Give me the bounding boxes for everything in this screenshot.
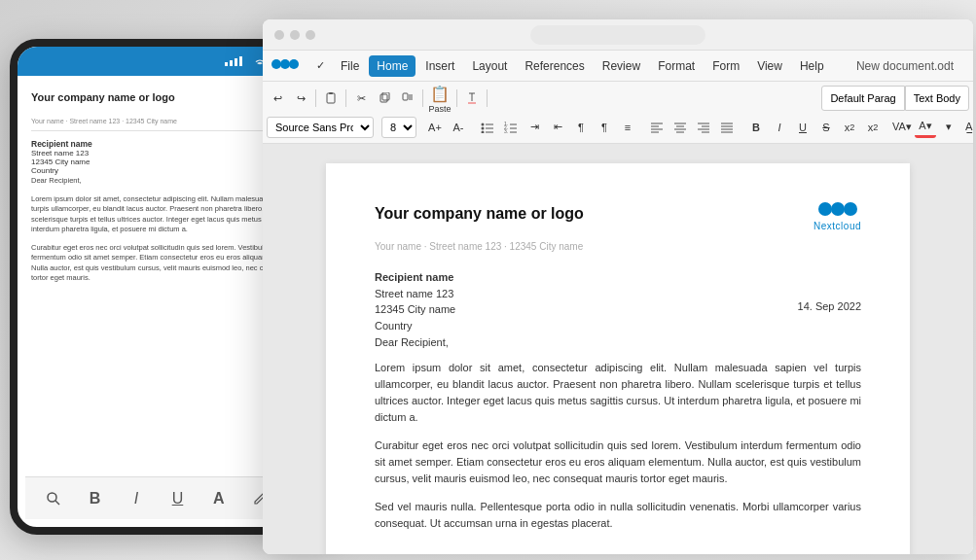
window-titlebar [263, 19, 973, 51]
doc-para-2: Curabitur eget eros nec orci volutpat so… [375, 438, 861, 487]
doc-address-text: Your name · Street name 123 · 12345 City… [375, 239, 583, 254]
increase-font-button[interactable]: A+ [424, 117, 446, 138]
menu-item-form[interactable]: Form [705, 55, 747, 77]
superscript-button[interactable]: x2 [862, 117, 884, 138]
clipboard-icon[interactable] [320, 88, 342, 109]
search-icon[interactable] [40, 485, 67, 512]
toolbar-styles: Default Parag Text Body [821, 86, 969, 111]
doc-recipient-country: Country [375, 318, 861, 334]
menu-item-file[interactable]: File [333, 55, 367, 77]
text-body-label: Text Body [914, 92, 960, 104]
show-changes-button[interactable]: ≡ [617, 117, 638, 138]
ol-svg: 1. 2. 3. [504, 122, 518, 133]
font-size-select[interactable]: 8 [381, 117, 416, 138]
font-color-icon[interactable]: A [205, 485, 233, 512]
italic-icon[interactable]: I [123, 485, 150, 512]
menu-item-home[interactable]: Home [369, 55, 416, 77]
doc-content-area[interactable]: Your company name or logo Nextcloud Your… [263, 144, 973, 554]
toolbar-row-1: ↩ ↪ ✂ [267, 84, 969, 113]
show-formatting-button[interactable]: ¶ [594, 117, 615, 138]
ar-svg [697, 122, 710, 133]
bold-icon[interactable]: B [82, 485, 109, 512]
underline-icon[interactable]: U [163, 485, 191, 512]
copy-svg [379, 92, 390, 104]
paste-group: 📋 Paste [427, 83, 452, 114]
menu-item-review[interactable]: Review [595, 55, 648, 77]
phone-company-name: Your company name or logo [31, 91, 175, 103]
underline-button[interactable]: U [792, 117, 813, 138]
nextcloud-logo: Nextcloud [813, 202, 861, 233]
svg-point-24 [482, 130, 485, 133]
svg-text:3.: 3. [504, 128, 508, 133]
doc-salutation: Dear Recipient, [375, 334, 861, 351]
menu-item-layout[interactable]: Layout [464, 55, 515, 77]
italic-button[interactable]: I [769, 117, 790, 138]
menu-item-view[interactable]: View [749, 55, 790, 77]
menu-item-format[interactable]: Format [650, 55, 703, 77]
undo-button[interactable]: ↩ [267, 88, 288, 109]
decrease-font-button[interactable]: A- [448, 117, 469, 138]
desktop-window: ✓ File Home Insert Layout References Rev… [263, 19, 973, 554]
paste-button[interactable]: 📋 [427, 83, 452, 104]
window-dot-1 [274, 30, 284, 40]
align-center-button[interactable] [669, 117, 691, 138]
unordered-list-button[interactable] [477, 117, 498, 138]
clear-fmt-svg [465, 91, 479, 105]
doc-recipient-name: Recipient name [375, 269, 861, 286]
svg-rect-12 [329, 92, 333, 94]
menu-nc-svg [271, 56, 300, 72]
doc-address-row: Your name · Street name 123 · 12345 City… [375, 239, 861, 254]
al-svg [650, 122, 664, 133]
doc-para-3: Sed vel mauris nulla. Pellentesque porta… [375, 499, 861, 532]
clear-format-button[interactable] [461, 88, 483, 109]
text-body-style-btn[interactable]: Text Body [905, 86, 969, 111]
format-paint-button[interactable] [397, 88, 418, 109]
nc-circle-right [844, 202, 857, 216]
char-highlight-button[interactable]: A̲▾ [961, 117, 973, 138]
default-para-style-btn[interactable]: Default Parag [821, 86, 904, 111]
toolbar: ↩ ↪ ✂ [263, 82, 973, 144]
check-icon[interactable]: ✓ [309, 55, 331, 77]
aj-svg [720, 122, 734, 133]
doc-company-name: Your company name or logo [375, 202, 584, 226]
svg-rect-14 [382, 92, 389, 100]
svg-rect-13 [380, 94, 387, 102]
toolbar-sep-1 [315, 89, 316, 107]
nc-circles [818, 202, 857, 216]
menu-nextcloud-logo [271, 56, 300, 75]
search-svg [46, 491, 61, 507]
align-justify-button[interactable] [716, 117, 738, 138]
subscript-button[interactable]: x2 [839, 117, 860, 138]
svg-point-10 [289, 59, 299, 69]
doc-page: Your company name or logo Nextcloud Your… [326, 163, 910, 554]
toolbar-sep-4 [456, 89, 457, 107]
copy-button[interactable] [374, 88, 395, 109]
align-left-button[interactable] [646, 117, 668, 138]
pilcrow-button[interactable]: ¶ [570, 117, 592, 138]
vertical-align-button[interactable]: VA▾ [891, 117, 913, 138]
ordered-list-button[interactable]: 1. 2. 3. [500, 117, 522, 138]
nc-circle-left [818, 202, 832, 216]
menu-item-insert[interactable]: Insert [417, 55, 462, 77]
redo-button[interactable]: ↪ [290, 88, 311, 109]
svg-point-8 [271, 59, 281, 69]
menu-item-help[interactable]: Help [792, 55, 832, 77]
svg-point-22 [482, 122, 485, 125]
strikethrough-button[interactable]: S [815, 117, 837, 138]
nc-label: Nextcloud [813, 219, 861, 233]
phone-recipient-name: Recipient name [31, 139, 92, 149]
cut-button[interactable]: ✂ [350, 88, 372, 109]
title-input-bar[interactable] [530, 25, 705, 45]
indent-button[interactable]: ⇥ [524, 117, 545, 138]
font-color-button[interactable]: A▾ [915, 117, 936, 138]
menu-item-references[interactable]: References [517, 55, 592, 77]
toolbar-row-2: Source Sans Pro 8 A+ A- [267, 113, 969, 141]
font-family-select[interactable]: Source Sans Pro [267, 117, 374, 138]
svg-point-23 [482, 126, 485, 129]
outdent-button[interactable]: ⇤ [547, 117, 568, 138]
highlight-button[interactable]: ▾ [938, 117, 959, 138]
svg-rect-15 [403, 93, 408, 100]
align-right-button[interactable] [693, 117, 714, 138]
svg-point-9 [280, 59, 290, 69]
bold-button[interactable]: B [745, 117, 767, 138]
